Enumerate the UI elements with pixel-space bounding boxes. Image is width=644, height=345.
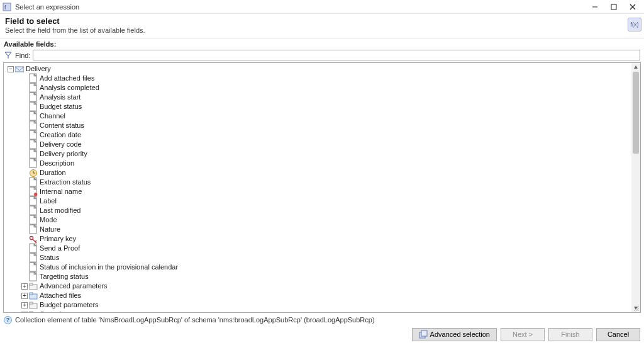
- doc-icon: [29, 206, 38, 215]
- expander-blank: [21, 94, 28, 101]
- tree-item[interactable]: Delivery code: [4, 140, 631, 149]
- tree-item-label: Description: [40, 159, 74, 168]
- minimize-button[interactable]: [586, 1, 604, 13]
- tree-item-label: Duration: [40, 168, 66, 178]
- doc-icon: [29, 74, 38, 83]
- expander-blank: [21, 142, 28, 148]
- tree-root-delivery[interactable]: − Delivery: [4, 64, 631, 74]
- vertical-scrollbar[interactable]: [631, 63, 640, 312]
- doc-icon: [29, 197, 38, 206]
- tree-item[interactable]: Analysis start: [4, 93, 631, 102]
- tree-item[interactable]: Description: [4, 159, 631, 168]
- window-controls: [586, 1, 641, 13]
- expander-blank: [21, 113, 28, 120]
- tree-item[interactable]: +Attached files: [4, 291, 631, 300]
- tree-item-label: Delivery priority: [40, 149, 87, 159]
- tree-item[interactable]: Content status: [4, 121, 631, 130]
- tree-item-label: Budget parameters: [40, 300, 99, 310]
- window-title: Select an expression: [15, 3, 586, 11]
- tree-item[interactable]: !Internal name: [4, 187, 631, 196]
- tree-item-label: Nature: [40, 225, 60, 234]
- tree-item[interactable]: Send a Proof: [4, 244, 631, 253]
- tree[interactable]: − Delivery Add attached filesAnalysis co…: [4, 63, 631, 312]
- expander-plus-icon[interactable]: +: [21, 312, 28, 313]
- tree-item-label: Status: [40, 253, 59, 263]
- tree-item[interactable]: Extraction status: [4, 178, 631, 187]
- expander-plus-icon[interactable]: +: [21, 283, 28, 290]
- svg-rect-42: [30, 302, 33, 304]
- expander-blank: [21, 76, 28, 82]
- expander-blank: [21, 123, 28, 129]
- tree-item[interactable]: Nature: [4, 225, 631, 234]
- next-button: Next >: [501, 328, 545, 341]
- svg-rect-38: [30, 283, 33, 285]
- tree-item-label: Creation date: [40, 130, 81, 140]
- footer: Advanced selection Next > Finish Cancel: [0, 325, 644, 343]
- status-text: Collection element of table 'NmsBroadLog…: [15, 316, 375, 324]
- doc-icon: [29, 216, 38, 225]
- maximize-button[interactable]: [605, 1, 623, 13]
- tree-item[interactable]: Status of inclusion in the provisional c…: [4, 263, 631, 272]
- tree-item[interactable]: Duration: [4, 168, 631, 178]
- tree-item[interactable]: Mode: [4, 215, 631, 225]
- tree-item-label: Internal name: [40, 187, 82, 196]
- tree-item[interactable]: Budget status: [4, 102, 631, 111]
- find-icon: [4, 51, 13, 60]
- tree-item-label: Analysis completed: [40, 83, 99, 93]
- doc-icon: [29, 225, 38, 234]
- tree-item-label: Analysis start: [40, 93, 80, 102]
- finish-button: Finish: [548, 328, 592, 341]
- tree-item-label: Primary key: [40, 234, 76, 244]
- scroll-thumb[interactable]: [633, 72, 639, 154]
- expander-blank: [21, 104, 28, 110]
- doc-icon: [29, 84, 38, 93]
- tree-item-label: Attached files: [40, 291, 81, 300]
- expander-blank: [21, 255, 28, 261]
- tree-item[interactable]: +Advanced parameters: [4, 281, 631, 291]
- cancel-button[interactable]: Cancel: [596, 328, 640, 341]
- svg-point-30: [30, 236, 33, 239]
- doc-red-icon: !: [29, 188, 38, 196]
- page-subtitle: Select the field from the list of availa…: [5, 26, 639, 34]
- expander-blank: [21, 217, 28, 223]
- doc-icon: [29, 103, 38, 111]
- tree-item-label: Status of inclusion in the provisional c…: [40, 263, 178, 272]
- expander-blank: [21, 189, 28, 195]
- tree-item[interactable]: +Budget parameters: [4, 300, 631, 310]
- tree-item-label: Capacity: [40, 310, 67, 312]
- scroll-up-icon[interactable]: [631, 63, 640, 72]
- expander-minus-icon[interactable]: −: [8, 66, 14, 72]
- tree-item[interactable]: Creation date: [4, 130, 631, 140]
- find-input[interactable]: [33, 50, 640, 60]
- doc-icon: [29, 178, 38, 187]
- expander-plus-icon[interactable]: +: [21, 293, 28, 299]
- tree-item[interactable]: Targeting status: [4, 272, 631, 281]
- doc-icon: [29, 112, 38, 121]
- tree-item-label: Mode: [40, 215, 57, 225]
- close-button[interactable]: [624, 1, 641, 13]
- tree-item-label: Add attached files: [40, 74, 94, 83]
- find-row: Find:: [0, 49, 644, 62]
- tree-item[interactable]: Last modified: [4, 206, 631, 215]
- app-icon: f: [3, 3, 11, 11]
- header: Field to select Select the field from th…: [0, 14, 644, 38]
- doc-icon: [29, 140, 38, 149]
- tree-item[interactable]: Analysis completed: [4, 83, 631, 93]
- expander-plus-icon[interactable]: +: [21, 302, 28, 308]
- expander-blank: [21, 227, 28, 233]
- tree-item[interactable]: Channel: [4, 111, 631, 121]
- tree-item-label: Advanced parameters: [40, 281, 108, 291]
- tree-item[interactable]: Add attached files: [4, 74, 631, 83]
- tree-item[interactable]: Primary key: [4, 234, 631, 244]
- expander-blank: [21, 198, 28, 205]
- tree-item[interactable]: +Capacity: [4, 310, 631, 312]
- expander-blank: [21, 264, 28, 271]
- tree-item[interactable]: Status: [4, 253, 631, 263]
- advanced-selection-button[interactable]: Advanced selection: [412, 328, 497, 341]
- expander-blank: [21, 170, 28, 176]
- expander-blank: [21, 132, 28, 139]
- available-fields-label: Available fields:: [0, 38, 644, 49]
- tree-item[interactable]: Label: [4, 196, 631, 206]
- tree-item[interactable]: Delivery priority: [4, 149, 631, 159]
- doc-icon: [29, 159, 38, 168]
